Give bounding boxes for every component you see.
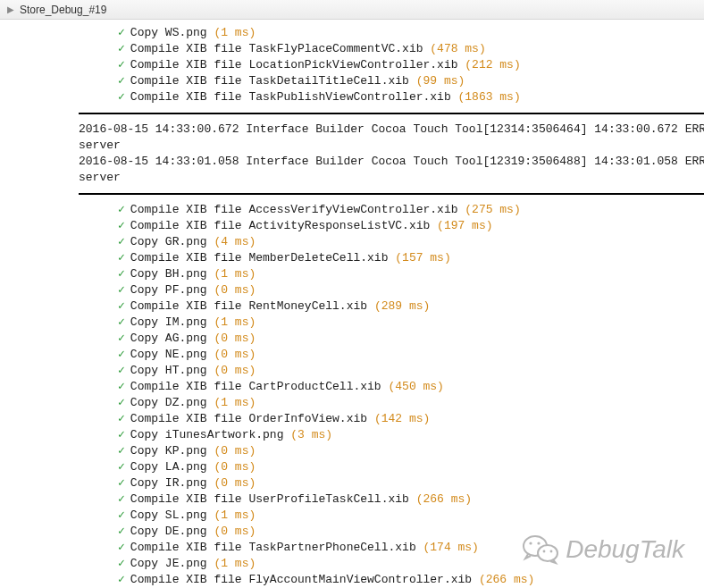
error-line: 2016-08-15 14:33:00.672 Interface Builde… [79,122,704,138]
log-label: Compile XIB file TaskPublishViewControll… [130,90,451,104]
log-label: Compile XIB file TaskDetailTitleCell.xib [130,74,409,88]
log-row: ✓Copy NE.png (0 ms) [0,347,704,363]
log-label: Copy IM.png [130,315,207,329]
check-icon: ✓ [118,396,125,409]
log-row: ✓Copy BH.png (1 ms) [0,266,704,282]
check-icon: ✓ [118,508,125,522]
log-row: ✓Copy WS.png (1 ms) [0,25,704,41]
divider [79,113,704,114]
check-icon: ✓ [118,412,125,425]
error-line: server [79,170,704,186]
log-time: (289 ms) [374,299,430,313]
log-label: Copy KP.png [130,444,207,458]
log-row: ✓Copy HT.png (0 ms) [0,363,704,379]
log-label: Compile XIB file TaskFlyPlaceCommentVC.x… [130,42,423,55]
check-icon: ✓ [118,74,125,88]
log-time: (157 ms) [395,251,450,265]
log-time: (99 ms) [416,74,465,88]
check-icon: ✓ [118,428,125,441]
log-row: ✓Copy GR.png (4 ms) [0,234,704,250]
log-label: Compile XIB file MemberDeleteCell.xib [130,251,389,265]
check-icon: ✓ [118,235,125,248]
check-icon: ✓ [118,219,125,232]
log-time: (1 ms) [214,315,256,329]
log-time: (1 ms) [214,26,256,39]
error-block: 2016-08-15 14:33:00.672 Interface Builde… [0,122,704,186]
log-label: Compile XIB file TaskPartnerPhoneCell.xi… [130,541,416,554]
log-label: Compile XIB file FlyAccountMainViewContr… [130,573,472,586]
error-line: server [79,138,704,154]
log-time: (0 ms) [214,332,256,345]
log-row: ✓Copy IR.png (0 ms) [0,475,704,491]
log-row: ✓Compile XIB file OrderInfoView.xib (142… [0,411,704,427]
error-line: 2016-08-15 14:33:01.058 Interface Builde… [79,154,704,170]
log-row: ✓Compile XIB file AccessVerifyViewContro… [0,202,704,218]
check-icon: ✓ [118,332,125,345]
log-time: (0 ms) [214,364,256,377]
log-label: Copy BH.png [130,267,207,281]
log-label: Compile XIB file ActivityResponseListVC.… [130,219,430,232]
log-time: (1 ms) [214,508,256,522]
check-icon: ✓ [118,380,125,393]
log-time: (275 ms) [465,203,520,216]
check-icon: ✓ [118,460,125,474]
log-label: Copy DE.png [130,525,207,538]
check-icon: ✓ [118,315,125,329]
log-time: (212 ms) [465,58,520,71]
log-row: ✓Compile XIB file MemberDeleteCell.xib (… [0,250,704,266]
titlebar: ▶ Store_Debug_#19 [0,0,704,20]
log-time: (1 ms) [214,267,256,281]
check-icon: ✓ [118,476,125,490]
log-time: (197 ms) [437,219,492,232]
log-row: ✓Compile XIB file LocationPickViewContro… [0,57,704,73]
watermark-text: DebugTalk [566,535,684,564]
check-icon: ✓ [118,58,125,71]
log-label: Compile XIB file AccessVerifyViewControl… [130,203,458,216]
log-time: (4 ms) [214,235,256,248]
log-label: Copy iTunesArtwork.png [130,428,284,441]
check-icon: ✓ [118,251,125,265]
check-icon: ✓ [118,444,125,458]
wechat-icon [523,534,558,565]
log-label: Copy NE.png [130,348,207,361]
log-section-2: ✓Compile XIB file AccessVerifyViewContro… [0,202,704,588]
build-log: ✓Copy WS.png (1 ms) ✓Compile XIB file Ta… [0,20,704,588]
log-label: Compile XIB file CartProductCell.xib [130,380,381,393]
check-icon: ✓ [118,203,125,216]
log-row: ✓Copy KP.png (0 ms) [0,443,704,459]
log-row: ✓Copy LA.png (0 ms) [0,459,704,475]
log-time: (1 ms) [214,557,256,570]
check-icon: ✓ [118,364,125,377]
log-row: ✓Copy IM.png (1 ms) [0,315,704,331]
log-label: Copy HT.png [130,364,207,377]
check-icon: ✓ [118,541,125,554]
log-time: (3 ms) [290,428,332,441]
log-time: (266 ms) [416,492,472,506]
log-label: Copy AG.png [130,332,207,345]
log-row: ✓Copy DZ.png (1 ms) [0,395,704,411]
check-icon: ✓ [118,525,125,538]
check-icon: ✓ [118,299,125,313]
svg-point-3 [538,542,541,544]
log-label: Copy JE.png [130,557,207,570]
log-label: Copy GR.png [130,235,207,248]
log-time: (142 ms) [374,412,430,425]
check-icon: ✓ [118,26,125,39]
log-row: ✓Compile XIB file TaskPublishViewControl… [0,89,704,105]
svg-point-5 [550,550,553,553]
log-time: (0 ms) [214,525,256,538]
svg-point-4 [543,550,546,553]
log-time: (1863 ms) [458,90,521,104]
check-icon: ✓ [118,90,125,104]
check-icon: ✓ [118,267,125,281]
log-row: ✓Copy SL.png (1 ms) [0,508,704,524]
log-row: ✓Compile XIB file FlyAccountMainViewCont… [0,572,704,588]
log-time: (0 ms) [214,283,256,297]
log-section-1: ✓Copy WS.png (1 ms) ✓Compile XIB file Ta… [0,25,704,105]
check-icon: ✓ [118,557,125,570]
log-row: ✓Copy AG.png (0 ms) [0,331,704,347]
divider [79,193,704,195]
log-time: (0 ms) [214,348,256,361]
watermark: DebugTalk [523,534,684,565]
check-icon: ✓ [118,348,125,361]
